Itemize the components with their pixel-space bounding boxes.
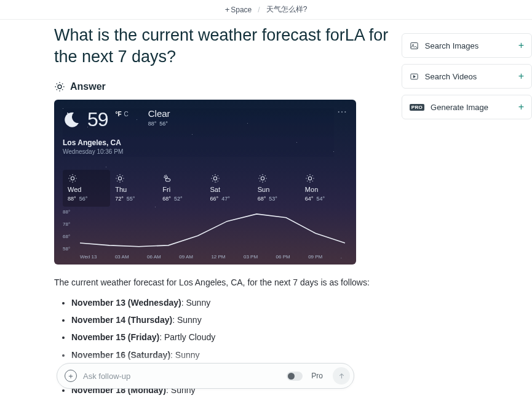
svg-point-2: [71, 177, 74, 180]
list-item: November 14 (Thursday): Sunny: [71, 313, 391, 327]
attach-button[interactable]: +: [65, 370, 77, 382]
svg-point-7: [308, 177, 311, 180]
thread-title[interactable]: 天气怎么样?: [266, 4, 308, 15]
moon-icon: [63, 111, 80, 128]
page-title: What is the current weather forecast for…: [54, 25, 391, 68]
svg-point-1: [67, 113, 68, 114]
svg-point-0: [58, 85, 62, 89]
sidebar-item[interactable]: PROGenerate Image+: [402, 95, 532, 119]
location-label: Los Angeles, CA: [63, 138, 347, 147]
svg-point-6: [261, 177, 264, 180]
list-item: November 15 (Friday): Partly Cloudy: [71, 330, 391, 344]
svg-point-5: [213, 177, 216, 180]
forecast-day[interactable]: Mon64° 54°: [300, 170, 347, 207]
plus-icon: +: [518, 71, 524, 82]
followup-bar: + Pro: [57, 363, 354, 389]
more-icon[interactable]: ⋯: [337, 106, 347, 117]
svg-point-3: [119, 177, 122, 180]
answer-section-header: Answer: [54, 81, 391, 92]
sidebar-item[interactable]: Search Videos+: [402, 64, 532, 89]
weather-widget: ⋯ 59 °F C Clear 88° 56° Los Angeles, CA …: [54, 100, 356, 265]
list-item: November 13 (Wednesday): Sunny: [71, 296, 391, 309]
send-button[interactable]: [333, 367, 350, 384]
current-temperature: 59: [87, 108, 108, 131]
weather-condition: Clear: [148, 108, 170, 119]
hourly-chart: Wed 1303 AM06 AM09 AM12 PM03 PM06 PM09 P…: [63, 212, 347, 261]
breadcrumb: +Space / 天气怎么样?: [0, 0, 532, 20]
list-item: November 16 (Saturday): Sunny: [71, 348, 391, 362]
forecast-day[interactable]: Sat66° 47°: [205, 170, 253, 207]
answer-icon: [54, 81, 65, 92]
temp-range: 88° 56°: [148, 121, 170, 127]
forecast-day[interactable]: Sun68° 53°: [253, 170, 300, 207]
breadcrumb-separator: /: [258, 6, 260, 14]
local-time: Wednesday 10:36 PM: [63, 148, 347, 155]
new-space-button[interactable]: +Space: [225, 5, 252, 14]
unit-toggle[interactable]: °F C: [116, 111, 129, 117]
forecast-day[interactable]: Wed88° 56°: [63, 170, 110, 207]
pro-toggle[interactable]: [287, 372, 303, 381]
plus-icon: +: [518, 40, 524, 51]
pro-badge-icon: PRO: [410, 104, 424, 111]
followup-input[interactable]: [83, 372, 280, 381]
plus-icon: +: [518, 102, 524, 113]
forecast-days: Wed88° 56°Thu72° 55°Fri68° 52°Sat66° 47°…: [63, 170, 347, 207]
pro-label: Pro: [311, 372, 323, 380]
forecast-day[interactable]: Thu72° 55°: [110, 170, 157, 207]
sidebar-item[interactable]: Search Images+: [402, 33, 532, 58]
forecast-day[interactable]: Fri68° 52°: [157, 170, 205, 207]
svg-rect-8: [411, 42, 418, 49]
